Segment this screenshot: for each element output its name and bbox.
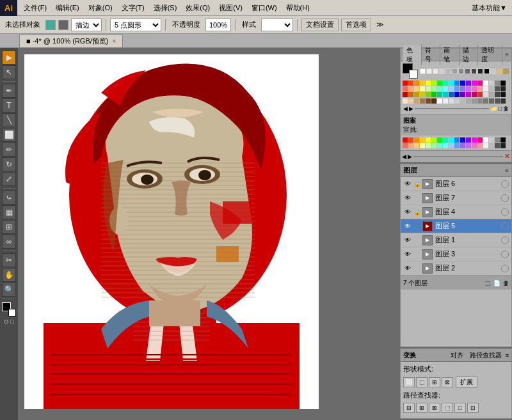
- swatch[interactable]: [414, 92, 419, 97]
- swatch[interactable]: [443, 81, 448, 86]
- swatch[interactable]: [483, 81, 488, 86]
- swatch[interactable]: [437, 137, 442, 143]
- toolbar-opacity-input[interactable]: [205, 19, 231, 31]
- menu-help[interactable]: 帮助(H): [282, 2, 314, 14]
- swatch[interactable]: [426, 81, 431, 86]
- swatch[interactable]: [426, 137, 431, 143]
- swatch[interactable]: [420, 98, 425, 104]
- layer-row[interactable]: 👁 ▶ 图层 2: [401, 261, 511, 276]
- path-trim[interactable]: ⊞: [416, 403, 428, 413]
- tool-select[interactable]: ▶: [2, 51, 16, 65]
- swatch[interactable]: [437, 92, 442, 97]
- layer-row[interactable]: 👁 ▶ 图层 1: [401, 233, 511, 247]
- right-menu[interactable]: 基本功能▼: [472, 3, 512, 13]
- swatch[interactable]: [460, 81, 465, 86]
- panel-icon-new[interactable]: □: [499, 105, 502, 112]
- tab-close[interactable]: ×: [112, 38, 116, 45]
- shape-unite[interactable]: ⬜: [403, 377, 415, 387]
- tool-warp[interactable]: ⤿: [2, 191, 16, 205]
- layer-lock-0[interactable]: 🔒: [413, 180, 421, 188]
- swatch[interactable]: [495, 143, 500, 148]
- swatch[interactable]: [443, 98, 448, 104]
- layer-lock-6[interactable]: [413, 265, 421, 272]
- swatch[interactable]: [500, 92, 506, 97]
- swatch[interactable]: [426, 68, 432, 74]
- panel-ctrl2[interactable]: ▶: [409, 105, 413, 112]
- swatch[interactable]: [483, 98, 488, 104]
- swatch[interactable]: [495, 81, 500, 86]
- tool-type[interactable]: T: [2, 98, 16, 113]
- swatch[interactable]: [495, 98, 500, 104]
- toolbar-color-swatch[interactable]: [45, 20, 56, 30]
- swatch[interactable]: [477, 81, 483, 86]
- menu-edit[interactable]: 编辑(E): [52, 2, 83, 14]
- swatch[interactable]: [414, 86, 419, 91]
- swatch[interactable]: [477, 143, 483, 148]
- layer-trash-icon[interactable]: 🗑: [503, 280, 509, 286]
- swatch[interactable]: [414, 98, 419, 104]
- document-tab[interactable]: ■ -4* @ 100% (RGB/预览) ×: [19, 35, 123, 47]
- layer-row[interactable]: 👁 ▶ 图层 3: [401, 247, 511, 261]
- swatch[interactable]: [465, 68, 470, 74]
- layer-circle-1[interactable]: [501, 194, 509, 202]
- swatch[interactable]: [495, 86, 500, 91]
- swatch[interactable]: [449, 137, 454, 143]
- swatch[interactable]: [466, 98, 471, 104]
- swatch[interactable]: [454, 86, 460, 91]
- swatch[interactable]: [403, 86, 408, 91]
- swatch[interactable]: [426, 92, 431, 97]
- swatch[interactable]: [408, 92, 413, 97]
- menu-object[interactable]: 对象(O): [84, 2, 116, 14]
- swatch[interactable]: [449, 98, 454, 104]
- swatch[interactable]: [483, 86, 488, 91]
- tool-fg-bg[interactable]: [2, 302, 16, 316]
- swatch[interactable]: [443, 137, 448, 143]
- layer-eye-5[interactable]: 👁: [403, 250, 412, 259]
- fg-bg-boxes[interactable]: [403, 63, 418, 79]
- swatch[interactable]: [433, 68, 438, 74]
- swatch[interactable]: [408, 81, 413, 86]
- menu-view[interactable]: 视图(V): [215, 2, 246, 14]
- layer-circle-3[interactable]: [501, 222, 509, 230]
- menu-file[interactable]: 文件(F): [20, 2, 51, 14]
- swatch[interactable]: [477, 68, 483, 74]
- swatch[interactable]: [408, 86, 413, 91]
- swatch[interactable]: [466, 86, 471, 91]
- swatch[interactable]: [483, 92, 488, 97]
- tab-swatches[interactable]: 色板: [403, 45, 422, 65]
- swatch[interactable]: [471, 68, 477, 74]
- swatch[interactable]: [443, 143, 448, 148]
- tool-gradient[interactable]: ▦: [2, 205, 16, 219]
- swatch[interactable]: [477, 137, 483, 143]
- swatch[interactable]: [449, 86, 454, 91]
- tool-line[interactable]: ╲: [2, 113, 16, 127]
- swatch[interactable]: [437, 81, 442, 86]
- swatch[interactable]: [431, 98, 436, 104]
- swatch[interactable]: [500, 137, 506, 143]
- brush-ctrl2[interactable]: ▶: [408, 153, 412, 160]
- swatch[interactable]: [403, 98, 408, 104]
- swatch[interactable]: [495, 92, 500, 97]
- swatch[interactable]: [431, 143, 436, 148]
- layers-menu[interactable]: ≡: [505, 167, 509, 174]
- swatch[interactable]: [477, 86, 483, 91]
- swatch[interactable]: [472, 137, 477, 143]
- swatch[interactable]: [458, 68, 464, 74]
- swatch[interactable]: [443, 92, 448, 97]
- swatch[interactable]: [420, 81, 425, 86]
- layer-row[interactable]: 👁 ▶ 图层 5: [401, 219, 511, 233]
- swatch[interactable]: [472, 86, 477, 91]
- swatch[interactable]: [403, 92, 408, 97]
- swatch[interactable]: [472, 143, 477, 148]
- layer-lock-1[interactable]: [413, 194, 421, 202]
- swatch[interactable]: [454, 92, 460, 97]
- swatch[interactable]: [431, 86, 436, 91]
- swatch[interactable]: [445, 68, 451, 74]
- panel-icon-folder[interactable]: 📁: [490, 105, 497, 112]
- menu-effect[interactable]: 效果(Q): [182, 2, 214, 14]
- swatch[interactable]: [452, 68, 458, 74]
- doc-setup-button[interactable]: 文档设置: [301, 19, 339, 31]
- swatch[interactable]: [460, 137, 465, 143]
- swatch[interactable]: [408, 137, 413, 143]
- swatch[interactable]: [472, 98, 477, 104]
